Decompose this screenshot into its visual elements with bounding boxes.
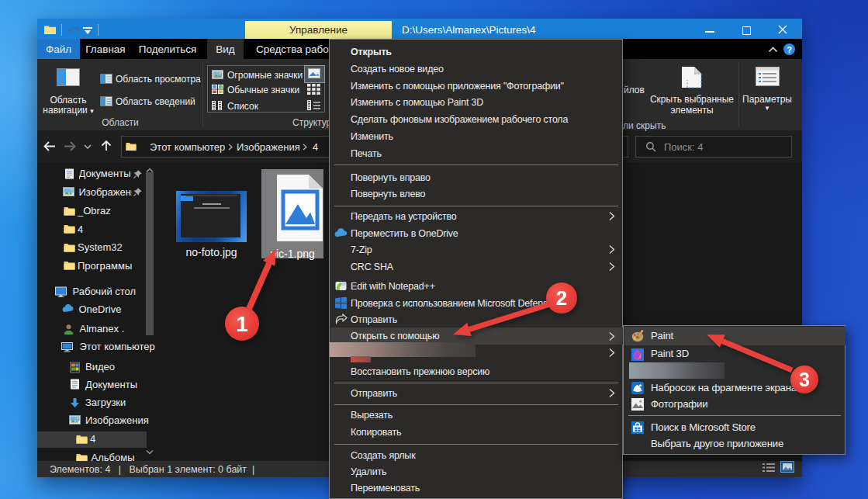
- svg-text:1: 1: [236, 312, 248, 336]
- svg-text:3: 3: [799, 369, 810, 390]
- svg-text:2: 2: [556, 286, 567, 310]
